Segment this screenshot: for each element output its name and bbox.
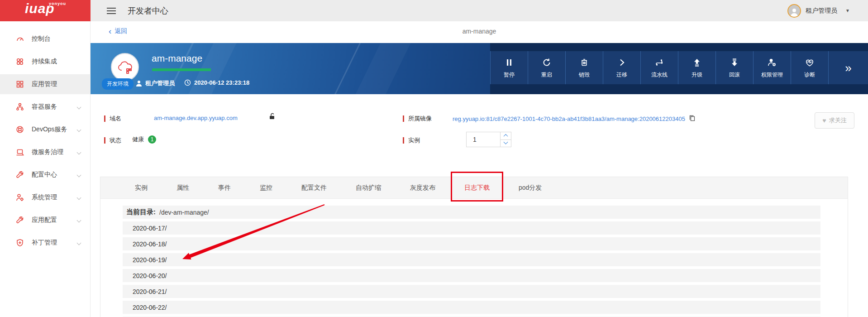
back-button[interactable]: ‹ 返回	[109, 27, 127, 35]
lifebuoy-icon	[15, 125, 24, 134]
sidebar-item-app-config[interactable]: 应用配置	[0, 210, 91, 230]
instance-count-value[interactable]: 1	[467, 132, 500, 147]
instance-count-stepper[interactable]: 1	[466, 132, 511, 147]
stepper-up-button[interactable]	[501, 132, 511, 139]
tab-label: 日志下载	[464, 184, 490, 192]
log-dir-row[interactable]: 2020-06-22/	[123, 301, 820, 314]
image-link[interactable]: reg.yyuap.io:81/c87e2267-1001-4c70-bb2a-…	[453, 115, 685, 122]
trash-icon	[579, 57, 589, 68]
diagnose-button[interactable]: 诊断	[791, 51, 828, 84]
sidebar-item-label: 控制台	[32, 35, 51, 43]
grid-icon	[15, 80, 24, 89]
log-dir-row[interactable]: 2020-06-17/	[123, 221, 820, 235]
app-info-section: 域名 am-manage.dev.app.yyuap.com 所属镜像 reg.…	[91, 94, 868, 167]
sidebar-item-config-center[interactable]: 配置中心	[0, 165, 91, 185]
cloud-app-icon	[111, 53, 139, 81]
sidebar-item-label: 持续集成	[32, 58, 57, 66]
heart-pulse-icon	[805, 57, 815, 68]
domain-link[interactable]: am-manage.dev.app.yyuap.com	[154, 115, 238, 121]
domain-field-label: 域名	[104, 115, 121, 123]
status-count-badge: 1	[148, 135, 156, 144]
field-marker	[403, 115, 404, 122]
chevron-down-icon	[77, 218, 81, 223]
tab-pod-distribution[interactable]: pod分发	[519, 177, 542, 199]
upgrade-button[interactable]: 升级	[678, 51, 715, 84]
chevron-left-icon: ‹	[109, 28, 111, 34]
image-line: reg.yyuap.io:81/c87e2267-1001-4c70-bb2a-…	[453, 115, 696, 123]
laptop-icon	[15, 148, 24, 157]
wrench-icon	[15, 216, 24, 225]
status-field-label: 状态	[104, 136, 121, 144]
log-dir-row[interactable]: 2020-06-18/	[123, 237, 820, 250]
log-dir-row[interactable]: 2020-06-19/	[123, 253, 820, 266]
app-banner: am-manage 开发环境 租户管理员 2020-06-12 23:23:18…	[91, 43, 868, 94]
wrench-icon	[15, 170, 24, 179]
detail-card: 实例 属性 事件 监控 配置文件 自动扩缩 灰度发布 日志下载 pod分发 当前…	[100, 177, 848, 317]
current-directory-path: /dev-am-manage/	[159, 209, 209, 216]
restart-icon	[542, 57, 552, 68]
restart-button[interactable]: 重启	[528, 51, 565, 84]
migrate-button[interactable]: 迁移	[603, 51, 640, 84]
topbar: 开发者中心 租户管理员 ▼	[91, 0, 868, 21]
tab-autoscale[interactable]: 自动扩缩	[356, 177, 381, 199]
gauge-icon	[15, 34, 24, 43]
status-text: 健康	[132, 135, 144, 144]
created-datetime: 2020-06-12 23:23:18	[194, 79, 249, 86]
follow-button[interactable]: ♥ 求关注	[815, 112, 854, 129]
log-dir-row[interactable]: 2020-06-21/	[123, 285, 820, 298]
log-directory-list: 当前目录: /dev-am-manage/ 2020-06-17/ 2020-0…	[123, 206, 820, 317]
created-time: 2020-06-12 23:23:18	[184, 79, 249, 86]
follow-label: 求关注	[829, 116, 847, 125]
sidebar-item-label: 微服务治理	[32, 148, 63, 156]
iuap-logo-text: iuap	[25, 1, 55, 16]
user-menu[interactable]: 租户管理员 ▼	[787, 4, 850, 18]
iuap-logo[interactable]: yonyou iuap	[0, 0, 91, 21]
image-field-label: 所属镜像	[403, 115, 432, 123]
user-gear-icon	[767, 57, 777, 68]
pause-button[interactable]: 暂停	[490, 51, 528, 84]
sidebar-item-patch-management[interactable]: 补丁管理	[0, 233, 91, 253]
sidebar-item-label: 补丁管理	[32, 239, 57, 247]
tab-log-download[interactable]: 日志下载	[464, 177, 490, 199]
sidebar-item-label: 应用配置	[32, 216, 57, 224]
sidebar-item-system-management[interactable]: 系统管理	[0, 187, 91, 207]
sidebar-item-label: 容器服务	[32, 103, 57, 111]
tab-bar: 实例 属性 事件 监控 配置文件 自动扩缩 灰度发布 日志下载 pod分发	[100, 177, 848, 199]
person-icon	[136, 80, 142, 86]
sidebar-item-app-management[interactable]: 应用管理	[0, 74, 91, 94]
developer-center-page: yonyou iuap 控制台 持续集成 应用管理	[0, 0, 868, 317]
tab-gray-release[interactable]: 灰度发布	[410, 177, 435, 199]
sidebar-item-microservice[interactable]: 微服务治理	[0, 142, 91, 162]
stepper-down-button[interactable]	[501, 139, 511, 147]
sidebar-item-container-service[interactable]: 容器服务	[0, 97, 91, 117]
hamburger-menu-icon[interactable]	[107, 6, 116, 16]
sidebar-item-ci[interactable]: 持续集成	[0, 52, 91, 72]
subheader: am-manage ‹ 返回	[91, 21, 868, 43]
shield-icon	[15, 238, 24, 247]
tab-config-files[interactable]: 配置文件	[301, 177, 327, 199]
tab-properties[interactable]: 属性	[176, 177, 189, 199]
sidebar-item-label: 系统管理	[32, 193, 57, 202]
sidebar-item-label: 配置中心	[32, 171, 57, 179]
copy-icon[interactable]	[689, 115, 696, 123]
sidebar-item-console[interactable]: 控制台	[0, 29, 91, 49]
pause-icon	[504, 57, 514, 68]
pipeline-button[interactable]: 流水线	[640, 51, 678, 84]
user-gear-icon	[15, 193, 24, 202]
log-dir-row[interactable]: 2020-06-20/	[123, 269, 820, 282]
avatar	[787, 4, 801, 18]
sidebar-item-devops[interactable]: DevOps服务	[0, 120, 91, 139]
chevron-down-icon	[77, 128, 81, 132]
tab-events[interactable]: 事件	[218, 177, 231, 199]
more-actions-button[interactable]: »	[828, 51, 868, 84]
destroy-button[interactable]: 销毁	[565, 51, 603, 84]
tab-monitor[interactable]: 监控	[260, 177, 272, 199]
network-tree-icon	[15, 102, 24, 111]
pipeline-icon	[654, 57, 664, 68]
tab-instances[interactable]: 实例	[135, 177, 148, 199]
owner-info: 租户管理员	[136, 79, 175, 87]
permission-button[interactable]: 权限管理	[753, 51, 791, 84]
rollback-button[interactable]: 回滚	[715, 51, 753, 84]
caret-down-icon: ▼	[845, 8, 850, 13]
user-name: 租户管理员	[806, 7, 837, 15]
